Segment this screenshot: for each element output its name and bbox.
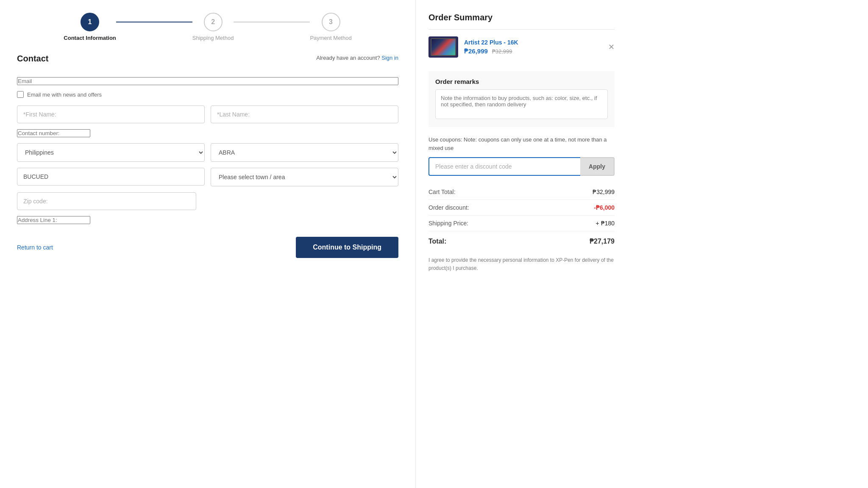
- country-select[interactable]: Philippines: [17, 143, 205, 162]
- product-thumbnail: [431, 38, 456, 56]
- left-panel: 1 Contact Information 2 Shipping Method …: [0, 0, 415, 488]
- order-discount-label: Order discount:: [428, 204, 469, 211]
- city-field: [17, 168, 205, 186]
- contact-number-input[interactable]: [17, 129, 90, 137]
- product-row: Artist 22 Plus - 16K ₱26,999 ₱32,999 ✕: [428, 36, 615, 64]
- step-line-1-2: [116, 22, 192, 22]
- address-group: [17, 216, 398, 224]
- address-input[interactable]: [17, 216, 90, 224]
- country-state-row: Philippines ABRA: [17, 143, 398, 162]
- coupon-note: Use coupons: Note: coupons can only use …: [428, 136, 615, 152]
- step-3: 3 Payment Method: [310, 13, 351, 41]
- step-2-circle: 2: [204, 13, 223, 31]
- product-info: Artist 22 Plus - 16K ₱26,999 ₱32,999: [464, 39, 602, 55]
- step-1: 1 Contact Information: [64, 13, 116, 41]
- step-1-circle: 1: [81, 13, 99, 31]
- apply-coupon-button[interactable]: Apply: [580, 157, 615, 176]
- name-row: [17, 105, 398, 123]
- cart-total-row: Cart Total: ₱32,999: [428, 184, 615, 200]
- total-value: ₱27,179: [590, 237, 615, 245]
- last-name-input[interactable]: [211, 105, 398, 123]
- continue-to-shipping-button[interactable]: Continue to Shipping: [296, 237, 398, 258]
- shipping-price-value: + ₱180: [596, 220, 615, 227]
- step-3-label: Payment Method: [310, 35, 351, 41]
- contact-number-group: [17, 129, 398, 137]
- zip-row: [17, 192, 398, 210]
- shipping-price-row: Shipping Price: + ₱180: [428, 216, 615, 231]
- cart-total-value: ₱32,999: [593, 189, 615, 195]
- form-actions: Return to cart Continue to Shipping: [17, 237, 398, 258]
- order-summary-panel: Order Summary Artist 22 Plus - 16K ₱26,9…: [415, 0, 627, 488]
- already-account-text: Already have an account? Sign in: [316, 55, 398, 61]
- remove-product-button[interactable]: ✕: [608, 42, 615, 52]
- newsletter-checkbox[interactable]: [17, 91, 24, 98]
- city-input[interactable]: [17, 168, 205, 186]
- product-price-new: ₱26,999: [464, 47, 488, 55]
- step-1-label: Contact Information: [64, 35, 116, 41]
- section-title: Contact: [17, 54, 48, 64]
- product-name: Artist 22 Plus - 16K: [464, 39, 602, 46]
- checkout-stepper: 1 Contact Information 2 Shipping Method …: [17, 13, 398, 41]
- first-name-input[interactable]: [17, 105, 205, 123]
- state-field: ABRA: [211, 143, 398, 162]
- last-name-field: [211, 105, 398, 123]
- sign-in-link[interactable]: Sign in: [381, 55, 398, 61]
- town-field: Please select town / area: [211, 168, 398, 186]
- back-to-cart-link[interactable]: Return to cart: [17, 244, 53, 251]
- zip-field: [17, 192, 196, 210]
- cart-total-label: Cart Total:: [428, 189, 456, 195]
- coupon-row: Apply: [428, 157, 615, 176]
- zip-input[interactable]: [17, 192, 196, 210]
- step-2-label: Shipping Method: [192, 35, 234, 41]
- newsletter-label: Email me with news and offers: [27, 92, 102, 98]
- step-line-2-3: [234, 22, 310, 22]
- total-row: Total: ₱27,179: [428, 231, 615, 251]
- email-field-group: [17, 77, 398, 85]
- remarks-title: Order remarks: [435, 78, 608, 85]
- email-input[interactable]: [17, 77, 398, 85]
- agree-text: I agree to provide the necessary persona…: [428, 256, 615, 272]
- town-select[interactable]: Please select town / area: [211, 168, 398, 186]
- order-discount-value: -₱6,000: [594, 204, 615, 211]
- country-field: Philippines: [17, 143, 205, 162]
- step-3-circle: 3: [322, 13, 340, 31]
- coupon-input[interactable]: [428, 157, 580, 176]
- product-price-old: ₱32,999: [492, 48, 512, 55]
- state-select[interactable]: ABRA: [211, 143, 398, 162]
- order-discount-row: Order discount: -₱6,000: [428, 200, 615, 216]
- first-name-field: [17, 105, 205, 123]
- step-2: 2 Shipping Method: [192, 13, 234, 41]
- newsletter-checkbox-row: Email me with news and offers: [17, 91, 398, 98]
- order-remarks-section: Order remarks: [428, 71, 615, 127]
- remarks-textarea[interactable]: [435, 89, 608, 119]
- city-town-row: Please select town / area: [17, 168, 398, 186]
- product-image: [428, 36, 458, 58]
- shipping-price-label: Shipping Price:: [428, 220, 468, 227]
- page-wrapper: 1 Contact Information 2 Shipping Method …: [0, 0, 868, 488]
- total-label: Total:: [428, 238, 446, 245]
- order-summary-title: Order Summary: [428, 13, 615, 30]
